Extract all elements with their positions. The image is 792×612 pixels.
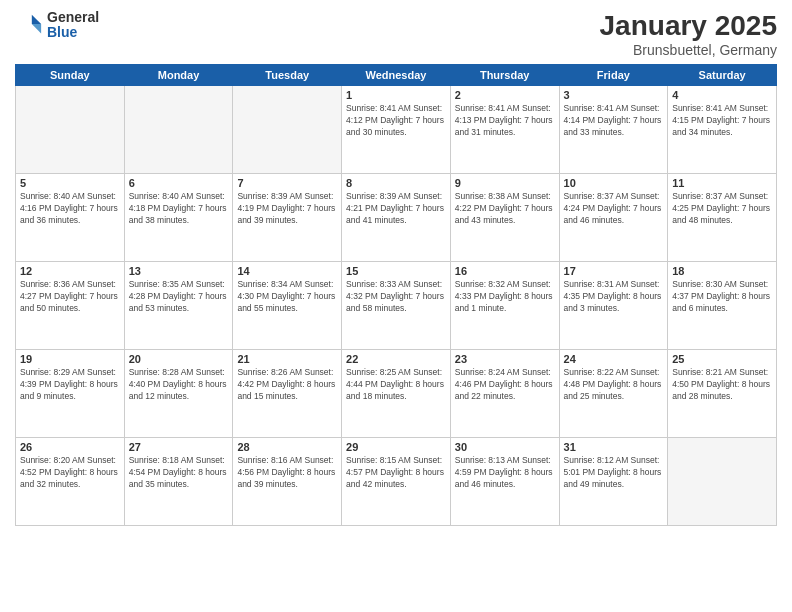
week-row-4: 19Sunrise: 8:29 AM Sunset: 4:39 PM Dayli… — [16, 350, 777, 438]
day-number: 22 — [346, 353, 446, 365]
day-cell — [124, 86, 233, 174]
day-info: Sunrise: 8:30 AM Sunset: 4:37 PM Dayligh… — [672, 279, 772, 315]
logo-general: General — [47, 10, 99, 25]
col-wednesday: Wednesday — [342, 65, 451, 86]
day-cell: 27Sunrise: 8:18 AM Sunset: 4:54 PM Dayli… — [124, 438, 233, 526]
day-number: 7 — [237, 177, 337, 189]
day-cell: 9Sunrise: 8:38 AM Sunset: 4:22 PM Daylig… — [450, 174, 559, 262]
calendar-title: January 2025 — [600, 10, 777, 42]
day-cell: 2Sunrise: 8:41 AM Sunset: 4:13 PM Daylig… — [450, 86, 559, 174]
day-number: 26 — [20, 441, 120, 453]
day-cell: 17Sunrise: 8:31 AM Sunset: 4:35 PM Dayli… — [559, 262, 668, 350]
day-number: 6 — [129, 177, 229, 189]
day-cell: 8Sunrise: 8:39 AM Sunset: 4:21 PM Daylig… — [342, 174, 451, 262]
day-cell: 18Sunrise: 8:30 AM Sunset: 4:37 PM Dayli… — [668, 262, 777, 350]
week-row-5: 26Sunrise: 8:20 AM Sunset: 4:52 PM Dayli… — [16, 438, 777, 526]
day-cell — [16, 86, 125, 174]
day-cell — [233, 86, 342, 174]
day-info: Sunrise: 8:37 AM Sunset: 4:24 PM Dayligh… — [564, 191, 664, 227]
day-info: Sunrise: 8:28 AM Sunset: 4:40 PM Dayligh… — [129, 367, 229, 403]
day-cell: 23Sunrise: 8:24 AM Sunset: 4:46 PM Dayli… — [450, 350, 559, 438]
day-number: 9 — [455, 177, 555, 189]
day-info: Sunrise: 8:26 AM Sunset: 4:42 PM Dayligh… — [237, 367, 337, 403]
day-cell: 12Sunrise: 8:36 AM Sunset: 4:27 PM Dayli… — [16, 262, 125, 350]
day-number: 5 — [20, 177, 120, 189]
svg-marker-1 — [32, 24, 41, 33]
day-info: Sunrise: 8:29 AM Sunset: 4:39 PM Dayligh… — [20, 367, 120, 403]
day-info: Sunrise: 8:25 AM Sunset: 4:44 PM Dayligh… — [346, 367, 446, 403]
col-sunday: Sunday — [16, 65, 125, 86]
day-number: 18 — [672, 265, 772, 277]
day-info: Sunrise: 8:40 AM Sunset: 4:18 PM Dayligh… — [129, 191, 229, 227]
day-cell: 15Sunrise: 8:33 AM Sunset: 4:32 PM Dayli… — [342, 262, 451, 350]
calendar-header: Sunday Monday Tuesday Wednesday Thursday… — [16, 65, 777, 86]
day-info: Sunrise: 8:32 AM Sunset: 4:33 PM Dayligh… — [455, 279, 555, 315]
col-monday: Monday — [124, 65, 233, 86]
header-row: Sunday Monday Tuesday Wednesday Thursday… — [16, 65, 777, 86]
day-info: Sunrise: 8:37 AM Sunset: 4:25 PM Dayligh… — [672, 191, 772, 227]
day-info: Sunrise: 8:34 AM Sunset: 4:30 PM Dayligh… — [237, 279, 337, 315]
calendar-body: 1Sunrise: 8:41 AM Sunset: 4:12 PM Daylig… — [16, 86, 777, 526]
day-number: 31 — [564, 441, 664, 453]
day-cell: 5Sunrise: 8:40 AM Sunset: 4:16 PM Daylig… — [16, 174, 125, 262]
day-number: 15 — [346, 265, 446, 277]
calendar-subtitle: Brunsbuettel, Germany — [600, 42, 777, 58]
col-tuesday: Tuesday — [233, 65, 342, 86]
title-area: January 2025 Brunsbuettel, Germany — [600, 10, 777, 58]
day-number: 17 — [564, 265, 664, 277]
header: General Blue January 2025 Brunsbuettel, … — [15, 10, 777, 58]
day-info: Sunrise: 8:12 AM Sunset: 5:01 PM Dayligh… — [564, 455, 664, 491]
day-info: Sunrise: 8:41 AM Sunset: 4:12 PM Dayligh… — [346, 103, 446, 139]
day-cell: 4Sunrise: 8:41 AM Sunset: 4:15 PM Daylig… — [668, 86, 777, 174]
day-number: 2 — [455, 89, 555, 101]
day-number: 28 — [237, 441, 337, 453]
day-cell: 14Sunrise: 8:34 AM Sunset: 4:30 PM Dayli… — [233, 262, 342, 350]
day-cell: 16Sunrise: 8:32 AM Sunset: 4:33 PM Dayli… — [450, 262, 559, 350]
day-cell: 26Sunrise: 8:20 AM Sunset: 4:52 PM Dayli… — [16, 438, 125, 526]
day-cell: 25Sunrise: 8:21 AM Sunset: 4:50 PM Dayli… — [668, 350, 777, 438]
day-info: Sunrise: 8:15 AM Sunset: 4:57 PM Dayligh… — [346, 455, 446, 491]
day-number: 20 — [129, 353, 229, 365]
day-info: Sunrise: 8:20 AM Sunset: 4:52 PM Dayligh… — [20, 455, 120, 491]
calendar-table: Sunday Monday Tuesday Wednesday Thursday… — [15, 64, 777, 526]
logo-icon — [15, 11, 43, 39]
logo-blue: Blue — [47, 25, 99, 40]
day-number: 23 — [455, 353, 555, 365]
day-number: 11 — [672, 177, 772, 189]
col-saturday: Saturday — [668, 65, 777, 86]
week-row-3: 12Sunrise: 8:36 AM Sunset: 4:27 PM Dayli… — [16, 262, 777, 350]
day-cell: 19Sunrise: 8:29 AM Sunset: 4:39 PM Dayli… — [16, 350, 125, 438]
day-cell: 28Sunrise: 8:16 AM Sunset: 4:56 PM Dayli… — [233, 438, 342, 526]
day-cell: 21Sunrise: 8:26 AM Sunset: 4:42 PM Dayli… — [233, 350, 342, 438]
day-info: Sunrise: 8:41 AM Sunset: 4:14 PM Dayligh… — [564, 103, 664, 139]
day-cell: 31Sunrise: 8:12 AM Sunset: 5:01 PM Dayli… — [559, 438, 668, 526]
day-info: Sunrise: 8:24 AM Sunset: 4:46 PM Dayligh… — [455, 367, 555, 403]
day-cell: 22Sunrise: 8:25 AM Sunset: 4:44 PM Dayli… — [342, 350, 451, 438]
day-cell: 3Sunrise: 8:41 AM Sunset: 4:14 PM Daylig… — [559, 86, 668, 174]
day-cell — [668, 438, 777, 526]
logo-text: General Blue — [47, 10, 99, 41]
day-cell: 11Sunrise: 8:37 AM Sunset: 4:25 PM Dayli… — [668, 174, 777, 262]
day-number: 29 — [346, 441, 446, 453]
day-cell: 7Sunrise: 8:39 AM Sunset: 4:19 PM Daylig… — [233, 174, 342, 262]
day-info: Sunrise: 8:39 AM Sunset: 4:19 PM Dayligh… — [237, 191, 337, 227]
col-friday: Friday — [559, 65, 668, 86]
day-cell: 6Sunrise: 8:40 AM Sunset: 4:18 PM Daylig… — [124, 174, 233, 262]
day-info: Sunrise: 8:40 AM Sunset: 4:16 PM Dayligh… — [20, 191, 120, 227]
week-row-2: 5Sunrise: 8:40 AM Sunset: 4:16 PM Daylig… — [16, 174, 777, 262]
day-cell: 30Sunrise: 8:13 AM Sunset: 4:59 PM Dayli… — [450, 438, 559, 526]
svg-marker-0 — [32, 15, 41, 24]
day-cell: 20Sunrise: 8:28 AM Sunset: 4:40 PM Dayli… — [124, 350, 233, 438]
day-number: 19 — [20, 353, 120, 365]
day-info: Sunrise: 8:18 AM Sunset: 4:54 PM Dayligh… — [129, 455, 229, 491]
day-number: 3 — [564, 89, 664, 101]
day-number: 10 — [564, 177, 664, 189]
day-number: 30 — [455, 441, 555, 453]
day-cell: 10Sunrise: 8:37 AM Sunset: 4:24 PM Dayli… — [559, 174, 668, 262]
day-number: 12 — [20, 265, 120, 277]
week-row-1: 1Sunrise: 8:41 AM Sunset: 4:12 PM Daylig… — [16, 86, 777, 174]
day-number: 21 — [237, 353, 337, 365]
day-number: 8 — [346, 177, 446, 189]
day-info: Sunrise: 8:31 AM Sunset: 4:35 PM Dayligh… — [564, 279, 664, 315]
day-cell: 24Sunrise: 8:22 AM Sunset: 4:48 PM Dayli… — [559, 350, 668, 438]
